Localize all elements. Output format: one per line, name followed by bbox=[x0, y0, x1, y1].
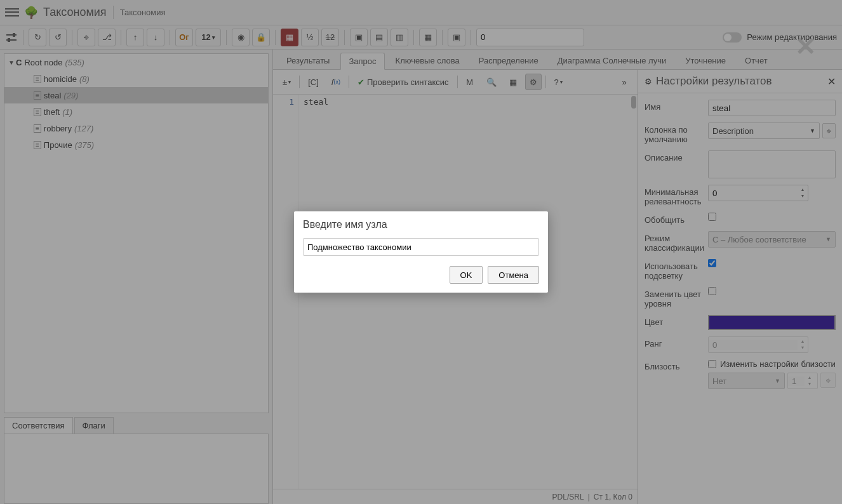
cancel-button[interactable]: Отмена bbox=[488, 266, 539, 284]
node-name-dialog: Введите имя узла OK Отмена bbox=[294, 211, 548, 293]
ok-button[interactable]: OK bbox=[450, 266, 483, 284]
node-name-input[interactable] bbox=[303, 238, 539, 256]
modal-overlay: Введите имя узла OK Отмена bbox=[0, 0, 842, 504]
dialog-title: Введите имя узла bbox=[294, 211, 548, 234]
